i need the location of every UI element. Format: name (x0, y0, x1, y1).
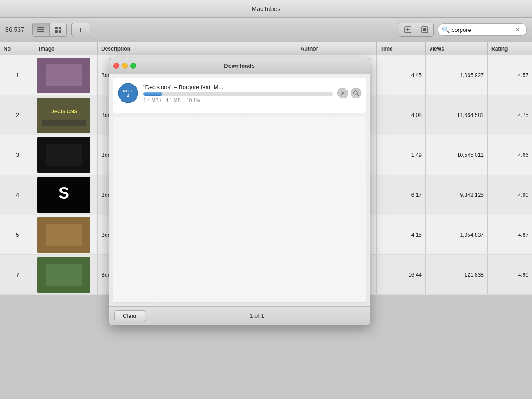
info-icon: i (80, 26, 82, 34)
grid-view-button[interactable] (50, 23, 66, 36)
download-size: 1.4 MB / 14.1 MB – 10.1% (143, 98, 333, 103)
info-button[interactable]: i (71, 23, 90, 36)
svg-text:MPEG: MPEG (123, 89, 133, 93)
search-bar[interactable]: 🔍 ✕ (438, 23, 527, 36)
cell-time: 4:15 (377, 215, 426, 254)
modal-empty-area (113, 117, 366, 303)
thumbnail (37, 58, 90, 93)
thumbnail: DECISIONS (37, 98, 90, 133)
col-description: Description (98, 42, 297, 55)
svg-rect-17 (46, 264, 82, 286)
svg-text:4: 4 (127, 94, 129, 98)
svg-rect-11 (46, 144, 82, 166)
svg-rect-6 (46, 64, 82, 86)
cell-time: 4:08 (377, 95, 426, 135)
cell-no: 4 (0, 175, 35, 215)
cell-views: 1,065,927 (426, 55, 488, 95)
close-window-button[interactable] (113, 63, 119, 69)
cell-views: 121,838 (426, 255, 488, 294)
thumbnail (37, 217, 90, 253)
add-to-window-button[interactable] (399, 23, 416, 36)
col-image: Image (35, 42, 98, 55)
svg-rect-15 (46, 224, 82, 246)
reveal-download-button[interactable] (351, 88, 361, 98)
window-controls-group (399, 23, 434, 37)
list-icon (37, 27, 44, 32)
cell-rating: 4.90 (488, 255, 532, 294)
modal-title: Downloads (224, 63, 254, 69)
maximize-window-button[interactable] (130, 63, 136, 69)
cell-rating: 4.90 (488, 175, 532, 215)
svg-text:DECISIONS: DECISIONS (51, 109, 78, 114)
col-views: Views (426, 42, 488, 55)
thumbnail: S (37, 177, 90, 213)
col-rating: Rating (488, 42, 532, 55)
cell-rating: 4.66 (488, 135, 532, 175)
list-view-button[interactable] (33, 23, 50, 36)
col-author: Author (297, 42, 377, 55)
title-bar: MacTubes (0, 0, 532, 18)
toolbar: 86,537 i (0, 18, 532, 42)
fullscreen-button[interactable] (416, 23, 433, 36)
download-count: 1 of 1 (149, 313, 364, 319)
cell-image (35, 55, 98, 95)
cancel-download-button[interactable]: ✕ (337, 88, 348, 98)
modal-footer: Clear 1 of 1 (109, 306, 370, 325)
thumbnail (37, 137, 90, 173)
download-info: "Decisions" – Borgore feat. M... 1.4 MB … (143, 84, 333, 103)
svg-rect-4 (423, 28, 426, 31)
result-count: 86,537 (5, 26, 24, 33)
fullscreen-icon (421, 26, 429, 34)
minimize-window-button[interactable] (122, 63, 128, 69)
svg-point-18 (118, 83, 138, 103)
cell-views: 11,664,581 (426, 95, 488, 135)
cell-time: 4:45 (377, 55, 426, 95)
cell-image: S (35, 175, 98, 215)
download-actions: ✕ (337, 88, 361, 98)
cell-no: 1 (0, 55, 35, 95)
cell-no: 2 (0, 95, 35, 135)
app-title: MacTubes (252, 5, 281, 12)
downloads-list: MPEG 4 "Decisions" – Borgore feat. M... … (113, 78, 366, 113)
search-input[interactable] (451, 27, 513, 33)
cell-rating: 4.75 (488, 95, 532, 135)
magnify-icon (353, 90, 359, 96)
svg-rect-7 (37, 98, 90, 133)
download-progress-bar (143, 92, 333, 96)
col-time: Time (377, 42, 426, 55)
search-icon: 🔍 (442, 26, 450, 33)
cell-image (35, 255, 98, 294)
cell-views: 10,545,011 (426, 135, 488, 175)
cell-views: 1,054,837 (426, 215, 488, 254)
cell-time: 6:17 (377, 175, 426, 215)
svg-line-22 (357, 94, 359, 96)
thumbnail (37, 257, 90, 293)
view-toggle-group (32, 23, 67, 37)
cell-time: 1:49 (377, 135, 426, 175)
window-controls (113, 63, 136, 69)
add-window-icon (404, 26, 412, 34)
table-header: No Image Description Author Time Views R… (0, 42, 532, 55)
cell-image (35, 215, 98, 254)
svg-rect-9 (42, 120, 86, 126)
cell-image (35, 135, 98, 175)
download-progress-fill (143, 92, 162, 96)
svg-text:S: S (59, 184, 69, 202)
grid-icon (55, 27, 61, 33)
cell-rating: 4.87 (488, 215, 532, 254)
download-title: "Decisions" – Borgore feat. M... (143, 84, 333, 90)
col-no: No (0, 42, 35, 55)
cell-image: DECISIONS (35, 95, 98, 135)
modal-titlebar: Downloads (109, 58, 370, 74)
cell-time: 16:44 (377, 255, 426, 294)
download-file-icon: MPEG 4 (117, 82, 139, 104)
cell-no: 7 (0, 255, 35, 294)
cell-no: 3 (0, 135, 35, 175)
search-clear-button[interactable]: ✕ (515, 26, 520, 33)
clear-button[interactable]: Clear (114, 310, 145, 321)
cell-rating: 4.57 (488, 55, 532, 95)
cell-views: 9,848,125 (426, 175, 488, 215)
downloads-modal[interactable]: Downloads MPEG 4 "Decisions" – Borgore f… (109, 58, 370, 325)
download-item: MPEG 4 "Decisions" – Borgore feat. M... … (117, 82, 361, 104)
cell-no: 5 (0, 215, 35, 254)
